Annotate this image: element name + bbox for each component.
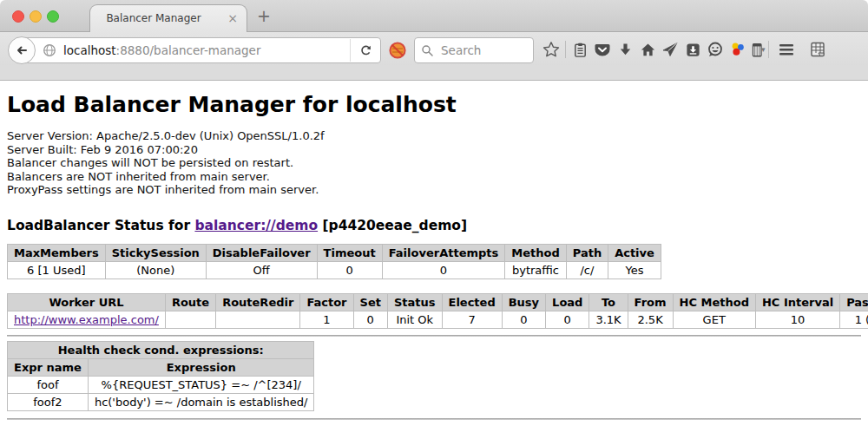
url-text[interactable]: localhost:8880/balancer-manager bbox=[63, 43, 350, 57]
column-header: Passes bbox=[840, 293, 868, 311]
toolbar-separator bbox=[565, 41, 566, 58]
expression-cell: %{REQUEST_STATUS} =~ /^[234]/ bbox=[88, 376, 314, 393]
table-row: http://www.example.com/ 1 0 Init Ok 7 0 … bbox=[8, 311, 868, 328]
table-cell: 0 bbox=[353, 311, 387, 328]
window-zoom-button[interactable] bbox=[47, 10, 59, 23]
extension-dots-button[interactable] bbox=[727, 37, 749, 62]
column-header: FailoverAttempts bbox=[382, 244, 505, 261]
expr-name-cell: foof2 bbox=[8, 393, 89, 410]
status-prefix: LoadBalancer Status for bbox=[7, 218, 194, 233]
column-header: Expr name bbox=[8, 358, 89, 376]
health-table-title: Health check cond. expressions: bbox=[8, 341, 314, 358]
table-cell: Off bbox=[206, 261, 317, 279]
balancers-notice-line: Balancers are NOT inherited from main se… bbox=[7, 170, 861, 184]
download-arrow-icon bbox=[617, 42, 634, 58]
table-header-row: Worker URL Route RouteRedir Factor Set S… bbox=[8, 293, 868, 311]
notes-dropdown-caret[interactable]: ▾ bbox=[761, 45, 766, 54]
table-cell: 7 bbox=[442, 311, 502, 328]
pocket-button[interactable] bbox=[591, 37, 614, 62]
plugin-blocked-button[interactable] bbox=[387, 40, 408, 61]
column-header: MaxMembers bbox=[8, 244, 106, 261]
table-cell: 10 bbox=[755, 311, 839, 328]
column-header: StickySession bbox=[105, 244, 206, 261]
download-manager-button[interactable] bbox=[681, 37, 704, 62]
table-cell: 0 bbox=[317, 261, 382, 279]
globe-icon bbox=[43, 43, 56, 57]
column-header: Set bbox=[353, 293, 387, 311]
bookmarks-menu-button[interactable] bbox=[569, 37, 591, 62]
column-header: HC Interval bbox=[755, 293, 839, 311]
status-suffix: [p4420eeae_demo] bbox=[318, 218, 467, 233]
column-header: Load bbox=[546, 293, 589, 311]
search-icon bbox=[421, 44, 434, 57]
table-cell: Init Ok bbox=[387, 311, 442, 328]
table-header-row: MaxMembers StickySession DisableFailover… bbox=[8, 244, 661, 261]
column-header: Factor bbox=[300, 293, 353, 311]
url-path: :8880/balancer-manager bbox=[116, 43, 261, 57]
downloads-button[interactable] bbox=[614, 37, 636, 62]
table-row: 6 [1 Used] (None) Off 0 0 bytraffic /c/ … bbox=[8, 261, 661, 279]
table-cell: GET bbox=[673, 311, 755, 328]
table-cell bbox=[216, 311, 300, 328]
server-version-line: Server Version: Apache/2.5.0-dev (Unix) … bbox=[7, 129, 861, 143]
tab-balancer-manager[interactable]: Balancer Manager × bbox=[89, 4, 247, 32]
table-cell: 6 [1 Used] bbox=[8, 261, 106, 279]
send-tab-button[interactable] bbox=[659, 37, 681, 62]
new-tab-button[interactable]: + bbox=[257, 7, 271, 24]
loadbalancer-status-heading: LoadBalancer Status for balancer://demo … bbox=[7, 218, 861, 233]
table-cell: 3.1K bbox=[589, 311, 628, 328]
window-close-button[interactable] bbox=[12, 10, 24, 23]
tab-close-icon[interactable]: × bbox=[227, 10, 238, 26]
tiles-page-button[interactable] bbox=[806, 37, 829, 62]
table-cell: 0 bbox=[546, 311, 589, 328]
column-header: Busy bbox=[502, 293, 545, 311]
grid-page-icon bbox=[809, 41, 826, 58]
table-cell: /c/ bbox=[566, 261, 608, 279]
search-bar[interactable] bbox=[414, 37, 534, 63]
column-header: RouteRedir bbox=[216, 293, 300, 311]
back-button[interactable] bbox=[8, 36, 36, 64]
column-header: HC Method bbox=[673, 293, 755, 311]
column-header: DisableFailover bbox=[206, 244, 317, 261]
toolbar-icons: ▾ bbox=[540, 36, 829, 62]
back-arrow-icon bbox=[15, 43, 29, 57]
reload-button[interactable] bbox=[350, 39, 380, 62]
server-built-line: Server Built: Feb 9 2016 07:00:20 bbox=[7, 143, 861, 157]
url-bar[interactable]: localhost:8880/balancer-manager bbox=[21, 37, 381, 63]
bookmarks-toolbar[interactable] bbox=[0, 65, 868, 81]
window-minimize-button[interactable] bbox=[30, 10, 42, 23]
browser-window: Balancer Manager × + localhost:8880/bala… bbox=[0, 0, 868, 426]
column-header: Active bbox=[608, 244, 661, 261]
server-info: Server Version: Apache/2.5.0-dev (Unix) … bbox=[7, 129, 861, 197]
proxypass-notice-line: ProxyPass settings are NOT inherited fro… bbox=[7, 183, 861, 197]
worker-url-link[interactable]: http://www.example.com/ bbox=[14, 313, 159, 326]
balancer-summary-table: MaxMembers StickySession DisableFailover… bbox=[7, 244, 661, 279]
table-row: foof %{REQUEST_STATUS} =~ /^[234]/ bbox=[8, 376, 314, 393]
table-cell: 1 (0) bbox=[840, 311, 868, 328]
tab-title: Balancer Manager bbox=[90, 12, 217, 24]
column-header: From bbox=[628, 293, 673, 311]
plugin-blocked-icon bbox=[388, 41, 407, 60]
url-host: localhost bbox=[63, 43, 116, 57]
table-header-row: Expr name Expression bbox=[8, 358, 314, 376]
home-button[interactable] bbox=[636, 37, 659, 62]
balancer-demo-link[interactable]: balancer://demo bbox=[194, 218, 318, 233]
feedback-button[interactable] bbox=[704, 37, 727, 62]
page-content: Load Balancer Manager for localhost Serv… bbox=[0, 81, 868, 426]
column-header: Path bbox=[566, 244, 608, 261]
search-input[interactable] bbox=[439, 43, 525, 58]
column-header: To bbox=[589, 293, 628, 311]
worker-table: Worker URL Route RouteRedir Factor Set S… bbox=[7, 293, 868, 329]
bookmark-star-button[interactable] bbox=[540, 37, 562, 62]
table-title-row: Health check cond. expressions: bbox=[8, 341, 314, 358]
column-header: Elected bbox=[442, 293, 502, 311]
star-icon bbox=[542, 41, 560, 58]
table-cell: 0 bbox=[382, 261, 505, 279]
section-divider bbox=[7, 335, 861, 337]
expr-name-cell: foof bbox=[8, 376, 89, 393]
hamburger-icon bbox=[778, 43, 795, 56]
tab-bar: Balancer Manager × + bbox=[0, 0, 868, 32]
table-cell: (None) bbox=[105, 261, 206, 279]
table-cell: Yes bbox=[608, 261, 661, 279]
menu-button[interactable] bbox=[775, 37, 798, 62]
